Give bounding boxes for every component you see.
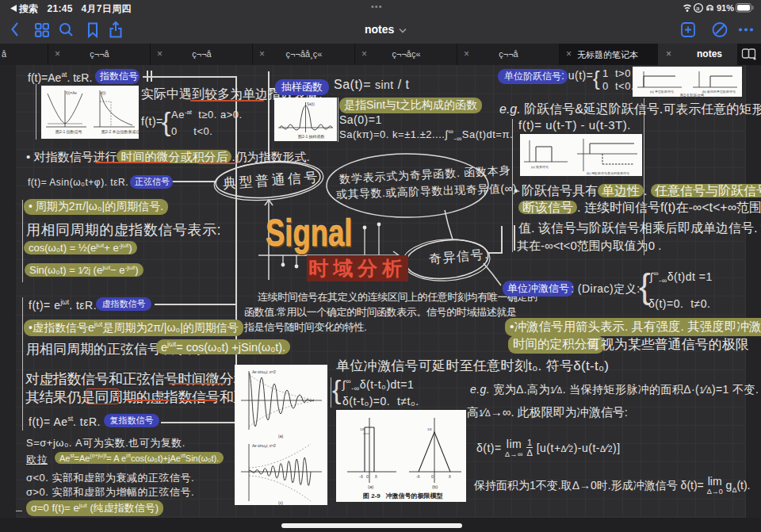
svg-text:91%: 91% <box>717 3 734 13</box>
svg-text:(c): (c) <box>278 500 283 505</box>
svg-text:(b) 延迟的单位阶跃信号: (b) 延迟的单位阶跃信号 <box>702 90 736 94</box>
svg-text:0: 0 <box>366 474 369 479</box>
svg-text:图2-6 阶跃信号: 图2-6 阶跃信号 <box>680 93 705 98</box>
svg-text:1/δ: 1/δ <box>427 427 432 431</box>
svg-text:- δ: - δ <box>359 474 363 479</box>
svg-text:1/δ: 1/δ <box>360 427 365 431</box>
svg-text:Ae sinω₀t, σ>0: Ae sinω₀t, σ>0 <box>251 444 276 448</box>
svg-text:(b): (b) <box>432 484 438 489</box>
svg-text:图 2-9 冲激信号的极限模型: 图 2-9 冲激信号的极限模型 <box>363 492 442 499</box>
svg-text:(b) 用阶跃信号表示的矩形信号: (b) 用阶跃信号表示的矩形信号 <box>587 171 629 176</box>
svg-text:δ: δ <box>375 474 377 479</box>
svg-text:图2-2 单边指数衰减信号: 图2-2 单边指数衰减信号 <box>101 129 139 135</box>
svg-text:f(t): f(t) <box>101 91 106 95</box>
svg-text:-δ: -δ <box>416 474 420 479</box>
svg-text:图2-1 指数信号: 图2-1 指数信号 <box>55 129 82 135</box>
svg-text:0: 0 <box>431 474 434 479</box>
svg-text:图2-1 抽样函数: 图2-1 抽样函数 <box>298 134 325 140</box>
svg-text:f(t)=Ae: f(t)=Ae <box>66 91 77 95</box>
svg-text:(a): (a) <box>368 484 373 489</box>
svg-text:a: a <box>696 5 700 12</box>
svg-text:δ: δ <box>449 474 451 479</box>
svg-text:(a): (a) <box>278 434 283 438</box>
svg-text:(a) 单位阶跃信号: (a) 单位阶跃信号 <box>650 90 674 94</box>
svg-text:Ae sinω₀t, σ<0: Ae sinω₀t, σ<0 <box>251 370 276 374</box>
svg-text:Sa(t): Sa(t) <box>307 102 315 106</box>
svg-text:(a) 矩形信号: (a) 矩形信号 <box>531 165 549 169</box>
